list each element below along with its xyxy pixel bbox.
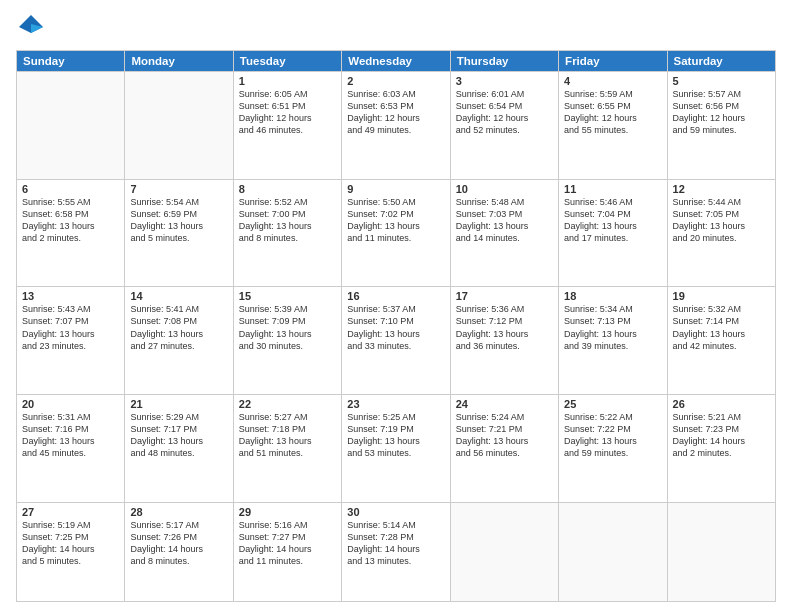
day-detail: Sunrise: 5:36 AM Sunset: 7:12 PM Dayligh… [456, 303, 553, 352]
day-number: 2 [347, 75, 444, 87]
day-number: 22 [239, 398, 336, 410]
day-number: 30 [347, 506, 444, 518]
week-row-2: 6Sunrise: 5:55 AM Sunset: 6:58 PM Daylig… [17, 179, 776, 287]
day-number: 8 [239, 183, 336, 195]
day-detail: Sunrise: 5:55 AM Sunset: 6:58 PM Dayligh… [22, 196, 119, 245]
day-cell: 16Sunrise: 5:37 AM Sunset: 7:10 PM Dayli… [342, 287, 450, 395]
day-detail: Sunrise: 5:27 AM Sunset: 7:18 PM Dayligh… [239, 411, 336, 460]
col-header-monday: Monday [125, 51, 233, 72]
week-row-4: 20Sunrise: 5:31 AM Sunset: 7:16 PM Dayli… [17, 394, 776, 502]
day-number: 3 [456, 75, 553, 87]
day-detail: Sunrise: 5:21 AM Sunset: 7:23 PM Dayligh… [673, 411, 770, 460]
col-header-friday: Friday [559, 51, 667, 72]
day-cell: 2Sunrise: 6:03 AM Sunset: 6:53 PM Daylig… [342, 72, 450, 180]
day-number: 29 [239, 506, 336, 518]
day-cell: 4Sunrise: 5:59 AM Sunset: 6:55 PM Daylig… [559, 72, 667, 180]
day-detail: Sunrise: 6:05 AM Sunset: 6:51 PM Dayligh… [239, 88, 336, 137]
day-detail: Sunrise: 5:25 AM Sunset: 7:19 PM Dayligh… [347, 411, 444, 460]
calendar-table: SundayMondayTuesdayWednesdayThursdayFrid… [16, 50, 776, 602]
day-number: 24 [456, 398, 553, 410]
col-header-tuesday: Tuesday [233, 51, 341, 72]
day-number: 17 [456, 290, 553, 302]
day-detail: Sunrise: 5:37 AM Sunset: 7:10 PM Dayligh… [347, 303, 444, 352]
day-number: 16 [347, 290, 444, 302]
col-header-saturday: Saturday [667, 51, 775, 72]
day-number: 4 [564, 75, 661, 87]
day-cell: 25Sunrise: 5:22 AM Sunset: 7:22 PM Dayli… [559, 394, 667, 502]
day-cell: 6Sunrise: 5:55 AM Sunset: 6:58 PM Daylig… [17, 179, 125, 287]
col-header-thursday: Thursday [450, 51, 558, 72]
day-cell: 19Sunrise: 5:32 AM Sunset: 7:14 PM Dayli… [667, 287, 775, 395]
day-cell: 26Sunrise: 5:21 AM Sunset: 7:23 PM Dayli… [667, 394, 775, 502]
day-number: 10 [456, 183, 553, 195]
day-detail: Sunrise: 5:24 AM Sunset: 7:21 PM Dayligh… [456, 411, 553, 460]
day-detail: Sunrise: 5:41 AM Sunset: 7:08 PM Dayligh… [130, 303, 227, 352]
day-detail: Sunrise: 5:29 AM Sunset: 7:17 PM Dayligh… [130, 411, 227, 460]
day-cell: 28Sunrise: 5:17 AM Sunset: 7:26 PM Dayli… [125, 502, 233, 601]
day-cell: 29Sunrise: 5:16 AM Sunset: 7:27 PM Dayli… [233, 502, 341, 601]
day-cell: 13Sunrise: 5:43 AM Sunset: 7:07 PM Dayli… [17, 287, 125, 395]
day-cell [559, 502, 667, 601]
day-detail: Sunrise: 5:32 AM Sunset: 7:14 PM Dayligh… [673, 303, 770, 352]
day-detail: Sunrise: 5:43 AM Sunset: 7:07 PM Dayligh… [22, 303, 119, 352]
col-header-wednesday: Wednesday [342, 51, 450, 72]
day-cell: 23Sunrise: 5:25 AM Sunset: 7:19 PM Dayli… [342, 394, 450, 502]
day-number: 19 [673, 290, 770, 302]
col-header-sunday: Sunday [17, 51, 125, 72]
day-number: 7 [130, 183, 227, 195]
day-detail: Sunrise: 5:34 AM Sunset: 7:13 PM Dayligh… [564, 303, 661, 352]
day-cell: 14Sunrise: 5:41 AM Sunset: 7:08 PM Dayli… [125, 287, 233, 395]
day-cell: 3Sunrise: 6:01 AM Sunset: 6:54 PM Daylig… [450, 72, 558, 180]
day-detail: Sunrise: 5:59 AM Sunset: 6:55 PM Dayligh… [564, 88, 661, 137]
day-cell: 10Sunrise: 5:48 AM Sunset: 7:03 PM Dayli… [450, 179, 558, 287]
day-detail: Sunrise: 5:22 AM Sunset: 7:22 PM Dayligh… [564, 411, 661, 460]
day-number: 11 [564, 183, 661, 195]
day-cell: 24Sunrise: 5:24 AM Sunset: 7:21 PM Dayli… [450, 394, 558, 502]
day-detail: Sunrise: 5:44 AM Sunset: 7:05 PM Dayligh… [673, 196, 770, 245]
day-number: 18 [564, 290, 661, 302]
day-cell: 9Sunrise: 5:50 AM Sunset: 7:02 PM Daylig… [342, 179, 450, 287]
day-cell: 20Sunrise: 5:31 AM Sunset: 7:16 PM Dayli… [17, 394, 125, 502]
day-detail: Sunrise: 5:54 AM Sunset: 6:59 PM Dayligh… [130, 196, 227, 245]
day-number: 27 [22, 506, 119, 518]
header [16, 12, 776, 42]
day-detail: Sunrise: 5:48 AM Sunset: 7:03 PM Dayligh… [456, 196, 553, 245]
day-cell: 27Sunrise: 5:19 AM Sunset: 7:25 PM Dayli… [17, 502, 125, 601]
day-detail: Sunrise: 6:01 AM Sunset: 6:54 PM Dayligh… [456, 88, 553, 137]
day-number: 9 [347, 183, 444, 195]
day-cell: 5Sunrise: 5:57 AM Sunset: 6:56 PM Daylig… [667, 72, 775, 180]
day-number: 23 [347, 398, 444, 410]
day-number: 20 [22, 398, 119, 410]
day-cell: 1Sunrise: 6:05 AM Sunset: 6:51 PM Daylig… [233, 72, 341, 180]
day-detail: Sunrise: 5:46 AM Sunset: 7:04 PM Dayligh… [564, 196, 661, 245]
day-number: 26 [673, 398, 770, 410]
day-number: 28 [130, 506, 227, 518]
day-cell: 12Sunrise: 5:44 AM Sunset: 7:05 PM Dayli… [667, 179, 775, 287]
day-cell [450, 502, 558, 601]
day-cell: 21Sunrise: 5:29 AM Sunset: 7:17 PM Dayli… [125, 394, 233, 502]
day-number: 6 [22, 183, 119, 195]
day-detail: Sunrise: 5:31 AM Sunset: 7:16 PM Dayligh… [22, 411, 119, 460]
page: SundayMondayTuesdayWednesdayThursdayFrid… [0, 0, 792, 612]
day-detail: Sunrise: 5:52 AM Sunset: 7:00 PM Dayligh… [239, 196, 336, 245]
day-cell: 18Sunrise: 5:34 AM Sunset: 7:13 PM Dayli… [559, 287, 667, 395]
day-number: 1 [239, 75, 336, 87]
day-detail: Sunrise: 5:17 AM Sunset: 7:26 PM Dayligh… [130, 519, 227, 568]
day-detail: Sunrise: 5:39 AM Sunset: 7:09 PM Dayligh… [239, 303, 336, 352]
day-number: 25 [564, 398, 661, 410]
day-detail: Sunrise: 5:16 AM Sunset: 7:27 PM Dayligh… [239, 519, 336, 568]
day-number: 13 [22, 290, 119, 302]
logo-icon [16, 12, 46, 42]
week-row-5: 27Sunrise: 5:19 AM Sunset: 7:25 PM Dayli… [17, 502, 776, 601]
day-detail: Sunrise: 5:19 AM Sunset: 7:25 PM Dayligh… [22, 519, 119, 568]
week-row-3: 13Sunrise: 5:43 AM Sunset: 7:07 PM Dayli… [17, 287, 776, 395]
header-row: SundayMondayTuesdayWednesdayThursdayFrid… [17, 51, 776, 72]
day-cell: 30Sunrise: 5:14 AM Sunset: 7:28 PM Dayli… [342, 502, 450, 601]
day-cell [125, 72, 233, 180]
day-cell: 22Sunrise: 5:27 AM Sunset: 7:18 PM Dayli… [233, 394, 341, 502]
day-detail: Sunrise: 5:57 AM Sunset: 6:56 PM Dayligh… [673, 88, 770, 137]
day-number: 15 [239, 290, 336, 302]
day-detail: Sunrise: 6:03 AM Sunset: 6:53 PM Dayligh… [347, 88, 444, 137]
day-cell: 17Sunrise: 5:36 AM Sunset: 7:12 PM Dayli… [450, 287, 558, 395]
day-cell: 11Sunrise: 5:46 AM Sunset: 7:04 PM Dayli… [559, 179, 667, 287]
